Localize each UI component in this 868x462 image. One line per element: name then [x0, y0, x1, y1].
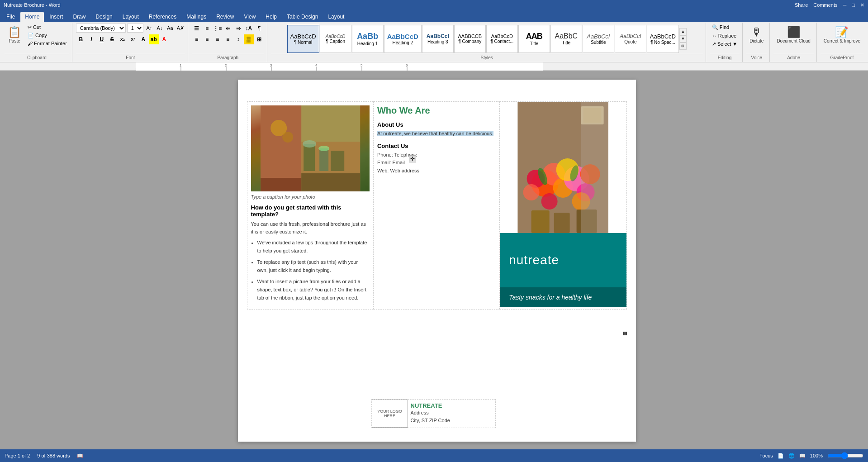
comments-btn[interactable]: Comments: [813, 2, 837, 8]
style-company[interactable]: AABBCCB ¶ Company: [454, 25, 486, 53]
style-contact[interactable]: AaBbCcD ¶ Contact...: [486, 25, 518, 53]
font-size-select[interactable]: 11: [127, 24, 143, 33]
show-hide-btn[interactable]: ¶: [254, 24, 264, 33]
increase-font-btn[interactable]: A↑: [145, 24, 154, 33]
brand-block: nutreate: [500, 233, 626, 287]
format-painter-button[interactable]: 🖌 Format Painter: [25, 40, 69, 47]
style-normal[interactable]: AaBbCcD ¶ Normal: [287, 25, 319, 53]
change-case-btn[interactable]: Aa: [166, 24, 175, 33]
find-button[interactable]: 🔍 Find: [710, 24, 731, 31]
menu-tab-home[interactable]: Home: [20, 12, 44, 22]
contact-email: Email: Email: [377, 159, 496, 167]
borders-btn[interactable]: ⊞: [254, 34, 264, 44]
close-btn[interactable]: ✕: [860, 2, 864, 8]
style-quote[interactable]: AaBbCcI Quote: [615, 25, 646, 53]
justify-btn[interactable]: ≡: [223, 34, 233, 44]
logo-box: YOUR LOGO HERE: [372, 400, 408, 428]
left-sidebar: [0, 71, 5, 449]
line-spacing-btn[interactable]: ↕: [233, 34, 243, 44]
styles-scroll[interactable]: ▲ ▼ ⊞: [679, 28, 687, 50]
menu-tab-review[interactable]: Review: [212, 12, 238, 22]
menu-tab-file[interactable]: File: [2, 12, 19, 22]
paste-button[interactable]: 📋 Paste: [5, 24, 24, 46]
align-center-btn[interactable]: ≡: [202, 34, 212, 44]
svg-point-20: [282, 132, 293, 143]
text-effect-btn[interactable]: A: [138, 34, 148, 44]
minimize-btn[interactable]: ─: [843, 2, 847, 8]
document-area[interactable]: ✛: [5, 71, 868, 449]
maximize-btn[interactable]: □: [852, 2, 855, 8]
style-heading1[interactable]: AaBb Heading 1: [352, 25, 384, 53]
styles-expand[interactable]: ⊞: [679, 43, 687, 50]
template-question: How do you get started with this templat…: [251, 204, 370, 218]
table-resize-handle[interactable]: [623, 332, 627, 335]
font-row-top: Cambria (Body) 11 A↑ A↓ Aa A✗: [76, 24, 185, 33]
logo-address-row: YOUR LOGO HERE NUTREATE Address City, ST…: [371, 399, 496, 428]
style-heading2[interactable]: AaBbCcD Heading 2: [384, 25, 422, 53]
align-right-btn[interactable]: ≡: [213, 34, 223, 44]
style-title[interactable]: AaBbC Title: [550, 25, 582, 53]
menu-tab-draw[interactable]: Draw: [68, 12, 90, 22]
style-caption[interactable]: AaBbCcD ¶ Caption: [320, 25, 351, 53]
zoom-slider[interactable]: [827, 452, 863, 459]
menu-tab-design[interactable]: Design: [91, 12, 117, 22]
dictate-button[interactable]: 🎙 Dictate: [746, 24, 767, 46]
view-read-icon[interactable]: 📖: [799, 453, 806, 459]
numbered-list-btn[interactable]: ≡: [202, 24, 212, 33]
style-caption-label: ¶ Caption: [326, 39, 345, 44]
view-web-icon[interactable]: 🌐: [788, 453, 795, 459]
select-button[interactable]: ↗ Select ▼: [710, 40, 740, 48]
superscript-btn[interactable]: X²: [128, 34, 138, 44]
svg-point-39: [541, 193, 558, 210]
styles-scroll-up[interactable]: ▲: [679, 28, 687, 35]
copy-button[interactable]: 📄 Copy: [25, 32, 69, 39]
menu-tab-layout[interactable]: Layout: [118, 12, 143, 22]
logo-text: YOUR LOGO HERE: [374, 409, 406, 418]
highlight-btn[interactable]: ab: [149, 34, 159, 44]
style-title-bold[interactable]: AAB Title: [518, 25, 550, 53]
contact-phone: Phone: Telephone: [377, 151, 496, 159]
menu-tab-table-design[interactable]: Table Design: [282, 12, 323, 22]
adobe-button[interactable]: ⬛ Document Cloud: [773, 24, 813, 46]
gradeproof-button[interactable]: 📝 Correct & Improve: [821, 24, 863, 46]
replace-button[interactable]: ↔ Replace: [710, 32, 739, 39]
style-nospace[interactable]: AaBbCcD ¶ No Spac...: [647, 25, 679, 53]
ribbon-group-font: Cambria (Body) 11 A↑ A↓ Aa A✗ B I U S X₂…: [73, 23, 188, 62]
view-print-icon[interactable]: 📄: [778, 453, 784, 459]
style-heading3[interactable]: AaBbCcI Heading 3: [422, 25, 454, 53]
bold-btn[interactable]: B: [76, 34, 86, 44]
clear-format-btn[interactable]: A✗: [176, 24, 185, 33]
strikethrough-btn[interactable]: S: [107, 34, 117, 44]
ruler-svg: 1 2 3 4 5 6: [136, 62, 543, 71]
shading-btn[interactable]: ▒: [244, 34, 254, 44]
menu-tab-mailings[interactable]: Mailings: [182, 12, 211, 22]
increase-indent-btn[interactable]: ⇒: [233, 24, 243, 33]
menu-tab-references[interactable]: References: [144, 12, 181, 22]
cut-button[interactable]: ✂ Cut: [25, 24, 69, 31]
menu-tab-help[interactable]: Help: [261, 12, 281, 22]
font-color-btn[interactable]: A: [159, 34, 169, 44]
tip-3: Want to insert a picture from your files…: [257, 278, 370, 302]
table-move-handle[interactable]: ✛: [409, 155, 416, 162]
share-btn[interactable]: Share: [795, 2, 808, 8]
menu-tab-view[interactable]: View: [240, 12, 261, 22]
align-left-btn[interactable]: ≡: [192, 34, 202, 44]
styles-scroll-down[interactable]: ▼: [679, 35, 687, 43]
underline-btn[interactable]: U: [97, 34, 107, 44]
decrease-indent-btn[interactable]: ⇐: [223, 24, 233, 33]
sort-btn[interactable]: ↕A: [244, 24, 254, 33]
focus-label[interactable]: Focus: [759, 453, 773, 458]
bullet-list-btn[interactable]: ☰: [192, 24, 202, 33]
adobe-label: Adobe: [773, 54, 813, 61]
subscript-btn[interactable]: X₂: [118, 34, 128, 44]
italic-btn[interactable]: I: [86, 34, 96, 44]
style-subtitle[interactable]: AaBbCcI Subtitle: [583, 25, 614, 53]
font-name-select[interactable]: Cambria (Body): [76, 24, 126, 33]
decrease-font-btn[interactable]: A↓: [155, 24, 164, 33]
multilevel-list-btn[interactable]: ⋮≡: [213, 24, 223, 33]
title-bar: Nutreate Brochure - Word Share Comments …: [0, 0, 868, 10]
menu-tab-insert[interactable]: Insert: [45, 12, 67, 22]
clipboard-content: 📋 Paste ✂ Cut 📄 Copy 🖌 Format Painter: [5, 24, 69, 54]
tips-list: We've included a few tips throughout the…: [251, 239, 370, 302]
menu-tab-layout2[interactable]: Layout: [323, 12, 349, 22]
